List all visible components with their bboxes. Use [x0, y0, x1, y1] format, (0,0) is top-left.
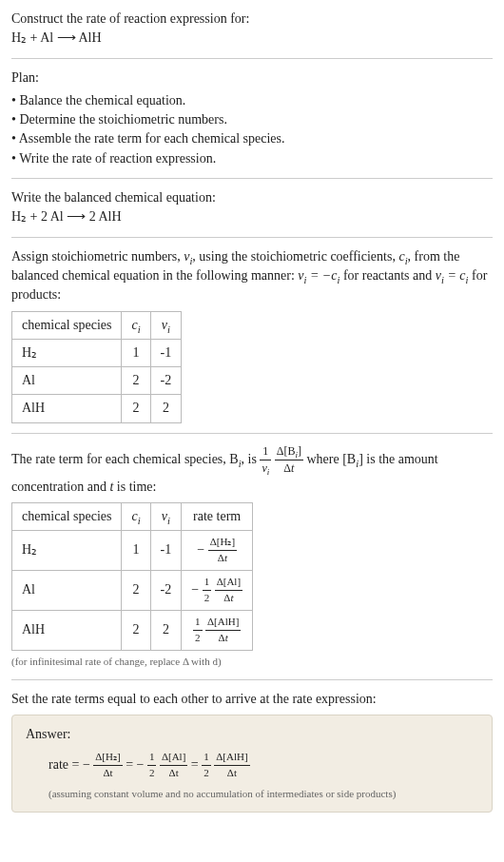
frac-coef: 12: [202, 750, 211, 781]
relation-product: νi = ci: [436, 268, 469, 283]
text: The rate term for each chemical species,…: [11, 452, 239, 466]
cell-rate-term: 12 Δ[AlH]Δt: [182, 610, 253, 650]
dBi-dt: Δ[Bi]Δt: [275, 443, 303, 478]
frac-delta: Δ[H₂]Δt: [93, 750, 122, 781]
col-ci: ci: [122, 502, 150, 530]
assumption-note: (assuming constant volume and no accumul…: [26, 787, 478, 802]
rate-term-text: The rate term for each chemical species,…: [11, 443, 493, 497]
frac-coef: 12: [203, 575, 212, 606]
text: is time:: [113, 480, 156, 494]
term-h2: − Δ[H₂]Δt: [83, 757, 126, 772]
answer-box: Answer: rate = − Δ[H₂]Δt = − 12 Δ[Al]Δt …: [11, 715, 493, 813]
sign: −: [197, 542, 204, 557]
text: Assign stoichiometric numbers,: [11, 249, 184, 264]
cell-species: AlH: [12, 395, 122, 422]
cell-species: AlH: [12, 610, 122, 650]
plan-heading: Plan:: [11, 69, 493, 88]
cell-ci: 2: [122, 367, 150, 395]
stoich-section: Assign stoichiometric numbers, νi, using…: [11, 247, 493, 434]
cell-ci: 2: [122, 571, 150, 611]
sign: −: [137, 757, 145, 772]
rate-term-section: The rate term for each chemical species,…: [11, 443, 493, 680]
final-section: Set the rate terms equal to each other t…: [11, 690, 493, 822]
frac-delta: Δ[AlH]Δt: [214, 750, 249, 781]
table-row: AlH 2 2: [12, 395, 182, 422]
cell-nui: 2: [150, 395, 182, 422]
balanced-section: Write the balanced chemical equation: H₂…: [11, 188, 493, 238]
nu-symbol: νi: [184, 249, 192, 264]
table-row: Al 2 -2: [12, 367, 182, 395]
stoich-table: chemical species ci νi H₂ 1 -1 Al 2 -2 A…: [11, 311, 182, 423]
col-nui: νi: [150, 502, 182, 530]
intro-prompt: Construct the rate of reaction expressio…: [11, 10, 493, 29]
cell-nui: -1: [150, 339, 182, 366]
relation-reactant: νi = −ci: [298, 268, 339, 283]
term-alh: 12 Δ[AlH]Δt: [202, 757, 249, 772]
rate-prefix: rate =: [48, 757, 83, 772]
one-over-nu: 1νi: [260, 443, 271, 478]
frac-delta: Δ[H₂]Δt: [208, 535, 237, 566]
cell-species: H₂: [12, 339, 122, 366]
intro-section: Construct the rate of reaction expressio…: [11, 10, 493, 59]
plan-item: Determine the stoichiometric numbers.: [11, 110, 493, 129]
c-symbol: ci: [398, 249, 407, 264]
plan-item: Balance the chemical equation.: [11, 91, 493, 110]
cell-rate-term: − 12 Δ[Al]Δt: [182, 571, 253, 611]
balanced-heading: Write the balanced chemical equation:: [11, 188, 493, 207]
table-row: H₂ 1 -1: [12, 339, 182, 366]
cell-nui: 2: [150, 610, 182, 650]
equals: =: [126, 757, 136, 772]
sign: −: [83, 757, 90, 772]
frac-delta: Δ[Al]Δt: [160, 750, 187, 781]
cell-ci: 2: [122, 610, 150, 650]
text: for reactants and: [339, 268, 435, 283]
cell-ci: 2: [122, 395, 150, 422]
sign: −: [191, 582, 199, 597]
term-al: − 12 Δ[Al]Δt: [137, 757, 191, 772]
cell-nui: -1: [150, 531, 182, 571]
plan-item: Assemble the rate term for each chemical…: [11, 129, 493, 148]
rate-definition: 1νi Δ[Bi]Δt: [260, 443, 303, 478]
cell-species: H₂: [12, 531, 122, 571]
answer-label: Answer:: [26, 725, 478, 744]
table-row: H₂ 1 -1 − Δ[H₂]Δt: [12, 531, 253, 571]
cell-nui: -2: [150, 571, 182, 611]
balanced-equation: H₂ + 2 Al ⟶ 2 AlH: [11, 207, 493, 226]
cell-species: Al: [12, 367, 122, 395]
rate-expression: rate = − Δ[H₂]Δt = − 12 Δ[Al]Δt = 12 Δ[A…: [26, 750, 478, 781]
intro-equation: H₂ + Al ⟶ AlH: [11, 29, 493, 48]
col-nui: νi: [150, 311, 182, 339]
plan-list: Balance the chemical equation. Determine…: [11, 91, 493, 168]
frac-delta: Δ[AlH]Δt: [205, 615, 241, 646]
col-rate-term: rate term: [182, 502, 253, 530]
text: where [B: [307, 452, 357, 466]
rate-term-table: chemical species ci νi rate term H₂ 1 -1…: [11, 502, 253, 651]
plan-item: Write the rate of reaction expression.: [11, 149, 493, 168]
plan-section: Plan: Balance the chemical equation. Det…: [11, 69, 493, 179]
cell-ci: 1: [122, 339, 150, 366]
final-heading: Set the rate terms equal to each other t…: [11, 690, 493, 709]
cell-species: Al: [12, 571, 122, 611]
table-row: Al 2 -2 − 12 Δ[Al]Δt: [12, 571, 253, 611]
table-row: AlH 2 2 12 Δ[AlH]Δt: [12, 610, 253, 650]
frac-coef: 12: [147, 750, 157, 781]
text: , is: [242, 452, 261, 466]
frac-coef: 12: [193, 615, 203, 646]
stoich-text: Assign stoichiometric numbers, νi, using…: [11, 247, 493, 305]
frac-delta: Δ[Al]Δt: [215, 575, 242, 606]
cell-ci: 1: [122, 531, 150, 571]
col-ci: ci: [122, 311, 150, 339]
table-header-row: chemical species ci νi: [12, 311, 182, 339]
equals: =: [191, 757, 202, 772]
text: , using the stoichiometric coefficients,: [192, 249, 398, 264]
cell-nui: -2: [150, 367, 182, 395]
cell-rate-term: − Δ[H₂]Δt: [182, 531, 253, 571]
col-species: chemical species: [12, 502, 122, 530]
infinitesimal-note: (for infinitesimal rate of change, repla…: [11, 655, 493, 670]
col-species: chemical species: [12, 311, 122, 339]
table-header-row: chemical species ci νi rate term: [12, 502, 253, 530]
